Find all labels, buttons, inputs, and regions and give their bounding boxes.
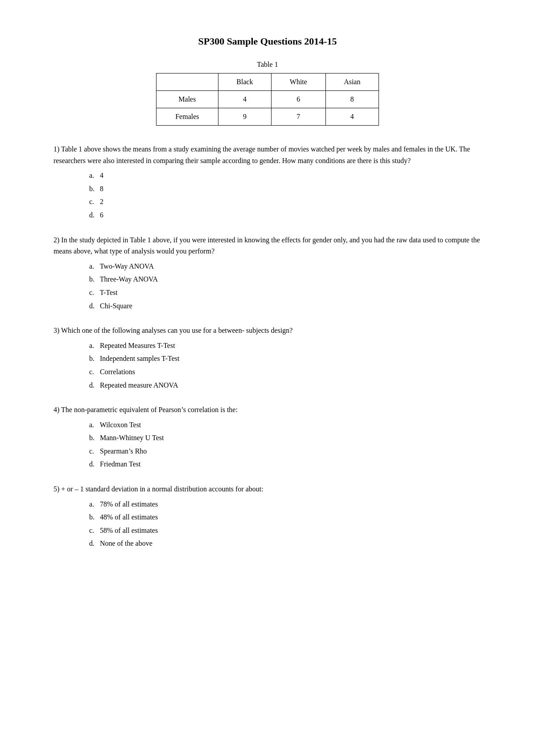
options-list-1: a. 4b. 8c. 2d. 6 bbox=[89, 170, 482, 221]
question-text-1: 1) Table 1 above shows the means from a … bbox=[54, 143, 482, 166]
option-3-b: b. Independent samples T-Test bbox=[89, 353, 482, 364]
option-letter: a. bbox=[89, 499, 98, 510]
option-2-a: a. Two-Way ANOVA bbox=[89, 261, 482, 272]
option-5-d: d. None of the above bbox=[89, 538, 482, 549]
table-empty-header bbox=[156, 74, 218, 91]
options-list-3: a. Repeated Measures T-Testb. Independen… bbox=[89, 340, 482, 391]
table-cell-r1-c1: 9 bbox=[218, 108, 271, 126]
question-text-5: 5) + or – 1 standard deviation in a norm… bbox=[54, 483, 482, 495]
option-5-c: c. 58% of all estimates bbox=[89, 525, 482, 536]
options-list-5: a. 78% of all estimatesb. 48% of all est… bbox=[89, 499, 482, 549]
option-letter: b. bbox=[89, 353, 98, 364]
option-letter: a. bbox=[89, 419, 98, 431]
option-letter: c. bbox=[89, 525, 98, 536]
option-letter: c. bbox=[89, 196, 98, 208]
question-number-3: 3) bbox=[54, 327, 59, 334]
option-1-c: c. 2 bbox=[89, 196, 482, 208]
questions-section: 1) Table 1 above shows the means from a … bbox=[54, 143, 482, 549]
question-block-4: 4) The non-parametric equivalent of Pear… bbox=[54, 404, 482, 470]
question-text-3: 3) Which one of the following analyses c… bbox=[54, 325, 482, 336]
table-row-header-1: Females bbox=[156, 108, 218, 126]
options-list-2: a. Two-Way ANOVAb. Three-Way ANOVAc. T-T… bbox=[89, 261, 482, 311]
table-label: Table 1 bbox=[54, 61, 482, 69]
table-cell-r0-c2: 6 bbox=[272, 91, 326, 108]
table-cell-r1-c2: 7 bbox=[272, 108, 326, 126]
option-2-d: d. Chi-Square bbox=[89, 300, 482, 312]
table-column-header-white: White bbox=[272, 74, 326, 91]
page-title: SP300 Sample Questions 2014-15 bbox=[54, 36, 482, 47]
question-text-2: 2) In the study depicted in Table 1 abov… bbox=[54, 234, 482, 257]
question-number-2: 2) bbox=[54, 236, 59, 244]
option-4-c: c. Spearman’s Rho bbox=[89, 445, 482, 457]
table-column-header-black: Black bbox=[218, 74, 271, 91]
option-4-d: d. Friedman Test bbox=[89, 458, 482, 470]
question-block-3: 3) Which one of the following analyses c… bbox=[54, 325, 482, 391]
option-letter: d. bbox=[89, 300, 98, 312]
option-letter: c. bbox=[89, 287, 98, 298]
table-column-header-asian: Asian bbox=[325, 74, 379, 91]
option-5-a: a. 78% of all estimates bbox=[89, 499, 482, 510]
table-cell-r0-c3: 8 bbox=[325, 91, 379, 108]
question-number-1: 1) bbox=[54, 145, 59, 153]
option-1-a: a. 4 bbox=[89, 170, 482, 181]
data-table: BlackWhiteAsianMales468Females974 bbox=[156, 73, 379, 126]
question-number-4: 4) bbox=[54, 406, 59, 413]
option-letter: c. bbox=[89, 366, 98, 378]
option-4-a: a. Wilcoxon Test bbox=[89, 419, 482, 431]
option-letter: a. bbox=[89, 340, 98, 351]
option-letter: d. bbox=[89, 458, 98, 470]
option-letter: b. bbox=[89, 511, 98, 523]
question-block-1: 1) Table 1 above shows the means from a … bbox=[54, 143, 482, 221]
option-letter: b. bbox=[89, 432, 98, 444]
option-letter: a. bbox=[89, 170, 98, 181]
option-2-c: c. T-Test bbox=[89, 287, 482, 298]
option-3-c: c. Correlations bbox=[89, 366, 482, 378]
option-letter: c. bbox=[89, 445, 98, 457]
option-3-a: a. Repeated Measures T-Test bbox=[89, 340, 482, 351]
option-2-b: b. Three-Way ANOVA bbox=[89, 274, 482, 285]
option-3-d: d. Repeated measure ANOVA bbox=[89, 380, 482, 391]
table-row-header-0: Males bbox=[156, 91, 218, 108]
option-letter: b. bbox=[89, 183, 98, 195]
option-letter: d. bbox=[89, 380, 98, 391]
option-letter: d. bbox=[89, 538, 98, 549]
option-1-d: d. 6 bbox=[89, 209, 482, 221]
option-letter: a. bbox=[89, 261, 98, 272]
option-letter: d. bbox=[89, 209, 98, 221]
table-cell-r1-c3: 4 bbox=[325, 108, 379, 126]
question-number-5: 5) bbox=[54, 485, 59, 493]
table-cell-r0-c1: 4 bbox=[218, 91, 271, 108]
option-4-b: b. Mann-Whitney U Test bbox=[89, 432, 482, 444]
options-list-4: a. Wilcoxon Testb. Mann-Whitney U Testc.… bbox=[89, 419, 482, 470]
option-1-b: b. 8 bbox=[89, 183, 482, 195]
option-5-b: b. 48% of all estimates bbox=[89, 511, 482, 523]
question-block-5: 5) + or – 1 standard deviation in a norm… bbox=[54, 483, 482, 549]
option-letter: b. bbox=[89, 274, 98, 285]
question-text-4: 4) The non-parametric equivalent of Pear… bbox=[54, 404, 482, 416]
question-block-2: 2) In the study depicted in Table 1 abov… bbox=[54, 234, 482, 312]
